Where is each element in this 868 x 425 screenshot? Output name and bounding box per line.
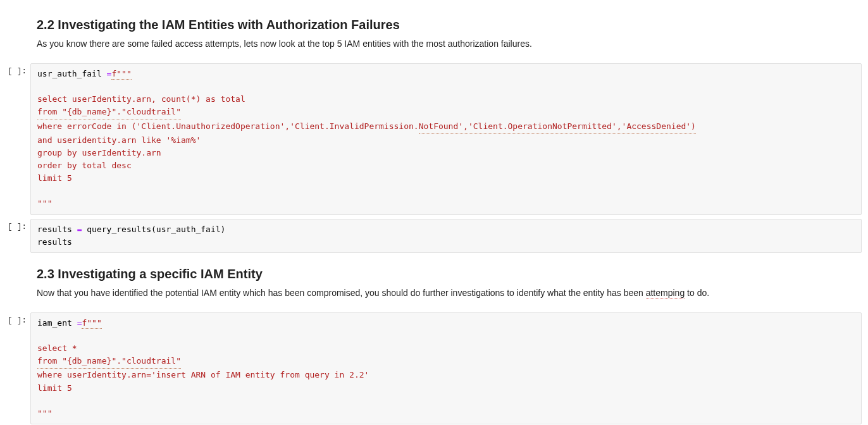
code-input-area[interactable]: usr_auth_fail =f""" select userIdentity.… (30, 63, 862, 215)
notebook-root: 2.2 Investigating the IAM Entities with … (0, 0, 868, 425)
code-cell-usr-auth-fail[interactable]: [ ]: usr_auth_fail =f""" select userIden… (0, 63, 862, 215)
para-2-2: As you know there are some failed access… (37, 37, 853, 51)
code-token: results (37, 225, 77, 234)
prompt-label: [ ]: (0, 219, 30, 231)
prompt-label: [ ]: (0, 312, 30, 325)
code-cell-iam-ent[interactable]: [ ]: iam_ent =f""" select * from "{db_na… (0, 312, 862, 424)
code-token: f""" (82, 318, 101, 329)
markdown-section-2-3: 2.3 Investigating a specific IAM Entity … (0, 257, 868, 310)
code-token: """ (37, 199, 52, 208)
code-token: select userIdentity.arn, count(*) as tot… (37, 94, 696, 183)
code-token: """ (37, 409, 52, 418)
code-token: query_results(usr_auth_fail) (82, 225, 225, 234)
code-input-area[interactable]: results = query_results(usr_auth_fail) r… (30, 219, 862, 253)
code-token: f""" (111, 69, 131, 80)
para-2-3: Now that you have identified the potenti… (37, 286, 853, 300)
code-token: usr_auth_fail (37, 69, 107, 78)
code-token: select * from "{db_name}"."cloudtrail" w… (37, 343, 369, 392)
heading-2-2: 2.2 Investigating the IAM Entities with … (37, 18, 853, 32)
code-token: results (37, 237, 72, 247)
code-cell-results-1[interactable]: [ ]: results = query_results(usr_auth_fa… (0, 219, 862, 253)
heading-2-3: 2.3 Investigating a specific IAM Entity (37, 267, 853, 281)
code-token: iam_ent (37, 318, 77, 328)
prompt-label: [ ]: (0, 63, 30, 76)
markdown-section-2-2: 2.2 Investigating the IAM Entities with … (0, 8, 868, 61)
code-input-area[interactable]: iam_ent =f""" select * from "{db_name}".… (30, 312, 862, 424)
